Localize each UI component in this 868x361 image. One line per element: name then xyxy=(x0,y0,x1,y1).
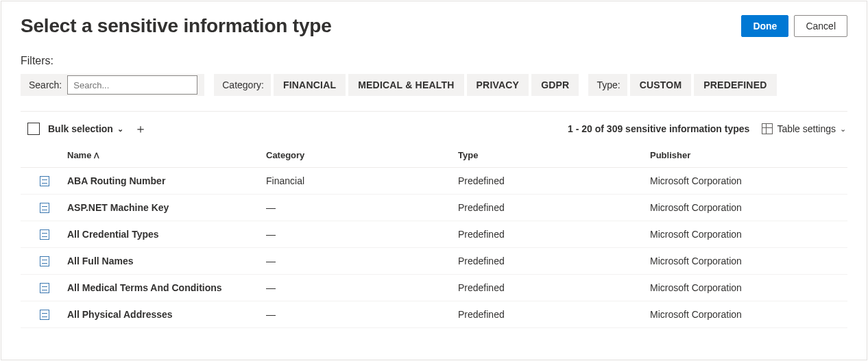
row-category: — xyxy=(261,301,453,328)
done-button[interactable]: Done xyxy=(741,15,788,37)
row-publisher: Microsoft Corporation xyxy=(644,248,847,275)
select-all-checkbox[interactable] xyxy=(27,123,40,135)
select-sit-panel: Select a sensitive information type Done… xyxy=(1,1,867,360)
sit-type-icon xyxy=(40,229,49,240)
type-pill-set: CUSTOM PREDEFINED xyxy=(630,74,777,96)
category-pill-gdpr[interactable]: GDPR xyxy=(531,74,579,96)
row-name: All Credential Types xyxy=(62,221,261,248)
sit-type-icon xyxy=(40,283,49,293)
col-name-header[interactable]: Name ᐱ xyxy=(62,143,261,168)
category-label: Category: xyxy=(222,79,264,90)
table-row[interactable]: ASP.NET Machine Key—PredefinedMicrosoft … xyxy=(21,195,847,221)
category-pill-financial[interactable]: FINANCIAL xyxy=(274,74,346,96)
col-type-header[interactable]: Type xyxy=(453,143,644,168)
table-row[interactable]: ABA Routing NumberFinancialPredefinedMic… xyxy=(21,168,847,195)
type-filter: Type: CUSTOM PREDEFINED xyxy=(588,74,776,96)
sit-type-icon xyxy=(40,176,49,186)
row-name: All Physical Addresses xyxy=(62,301,261,328)
col-icon-header xyxy=(21,143,62,168)
col-category-header[interactable]: Category xyxy=(261,143,453,168)
category-filter: Category: FINANCIAL MEDICAL & HEALTH PRI… xyxy=(214,74,579,96)
bulk-selection-label: Bulk selection xyxy=(48,123,113,134)
search-label: Search: xyxy=(29,79,62,90)
category-pill-set: FINANCIAL MEDICAL & HEALTH PRIVACY GDPR xyxy=(274,74,579,96)
divider xyxy=(21,111,847,112)
search-filter-group: Search: xyxy=(21,74,204,96)
type-label: Type: xyxy=(596,79,620,90)
table-row[interactable]: All Medical Terms And Conditions—Predefi… xyxy=(21,275,847,301)
sit-table: Name ᐱ Category Type Publisher ABA Routi… xyxy=(21,143,847,328)
header-row: Select a sensitive information type Done… xyxy=(21,15,847,37)
row-name: All Full Names xyxy=(62,248,261,275)
row-category: — xyxy=(261,248,453,275)
row-category: — xyxy=(261,221,453,248)
category-label-wrap: Category: xyxy=(214,74,271,96)
row-name: All Medical Terms And Conditions xyxy=(62,275,261,301)
chevron-down-icon: ⌄ xyxy=(840,125,846,134)
row-type: Predefined xyxy=(453,168,644,195)
sit-type-icon xyxy=(40,310,49,320)
row-category: — xyxy=(261,275,453,301)
table-settings-button[interactable]: Table settings ⌄ xyxy=(762,123,846,134)
type-pill-predefined[interactable]: PREDEFINED xyxy=(694,74,776,96)
row-type: Predefined xyxy=(453,248,644,275)
row-name: ASP.NET Machine Key xyxy=(62,195,261,221)
row-category: Financial xyxy=(261,168,453,195)
table-row[interactable]: All Credential Types—PredefinedMicrosoft… xyxy=(21,221,847,248)
type-label-wrap: Type: xyxy=(588,74,627,96)
chevron-down-icon: ⌄ xyxy=(117,125,123,134)
row-name: ABA Routing Number xyxy=(62,168,261,195)
sit-type-icon xyxy=(40,256,49,266)
sit-type-icon xyxy=(40,203,49,213)
col-name-label: Name xyxy=(67,150,91,160)
cancel-button[interactable]: Cancel xyxy=(794,15,847,37)
row-type: Predefined xyxy=(453,301,644,328)
table-settings-icon xyxy=(762,123,773,134)
type-pill-custom[interactable]: CUSTOM xyxy=(630,74,692,96)
search-input[interactable] xyxy=(67,75,197,95)
row-publisher: Microsoft Corporation xyxy=(644,275,847,301)
item-count: 1 - 20 of 309 sensitive information type… xyxy=(568,123,749,134)
row-type: Predefined xyxy=(453,195,644,221)
category-pill-medical[interactable]: MEDICAL & HEALTH xyxy=(348,74,463,96)
row-publisher: Microsoft Corporation xyxy=(644,301,847,328)
category-pill-privacy[interactable]: PRIVACY xyxy=(467,74,529,96)
row-type: Predefined xyxy=(453,275,644,301)
header-row: Name ᐱ Category Type Publisher xyxy=(21,143,847,168)
row-publisher: Microsoft Corporation xyxy=(644,221,847,248)
header-actions: Done Cancel xyxy=(741,15,847,37)
table-toolbar: Bulk selection ⌄ ＋ 1 - 20 of 309 sensiti… xyxy=(21,120,847,143)
filters-label: Filters: xyxy=(21,55,847,67)
table-settings-label: Table settings xyxy=(777,123,836,134)
row-publisher: Microsoft Corporation xyxy=(644,168,847,195)
page-title: Select a sensitive information type xyxy=(21,15,332,37)
toolbar-left: Bulk selection ⌄ ＋ xyxy=(27,120,149,138)
bulk-selection-dropdown[interactable]: Bulk selection ⌄ xyxy=(48,123,123,134)
filters-row: Search: Category: FINANCIAL MEDICAL & HE… xyxy=(21,74,847,96)
add-button[interactable]: ＋ xyxy=(132,120,149,138)
table-row[interactable]: All Full Names—PredefinedMicrosoft Corpo… xyxy=(21,248,847,275)
toolbar-right: 1 - 20 of 309 sensitive information type… xyxy=(568,123,846,134)
table-row[interactable]: All Physical Addresses—PredefinedMicroso… xyxy=(21,301,847,328)
col-publisher-header[interactable]: Publisher xyxy=(644,143,847,168)
sort-asc-icon: ᐱ xyxy=(94,151,99,160)
row-type: Predefined xyxy=(453,221,644,248)
row-category: — xyxy=(261,195,453,221)
row-publisher: Microsoft Corporation xyxy=(644,195,847,221)
